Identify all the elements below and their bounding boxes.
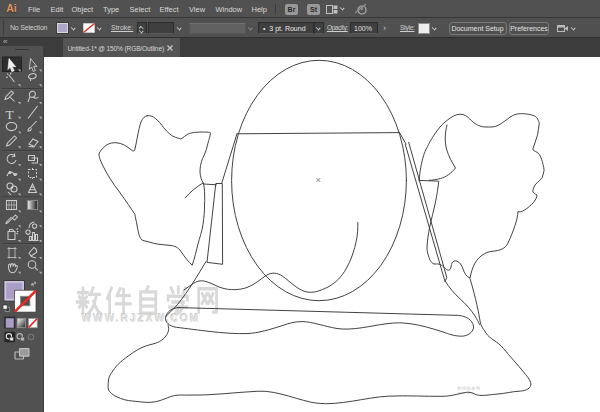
svg-text:T: T — [6, 107, 15, 122]
